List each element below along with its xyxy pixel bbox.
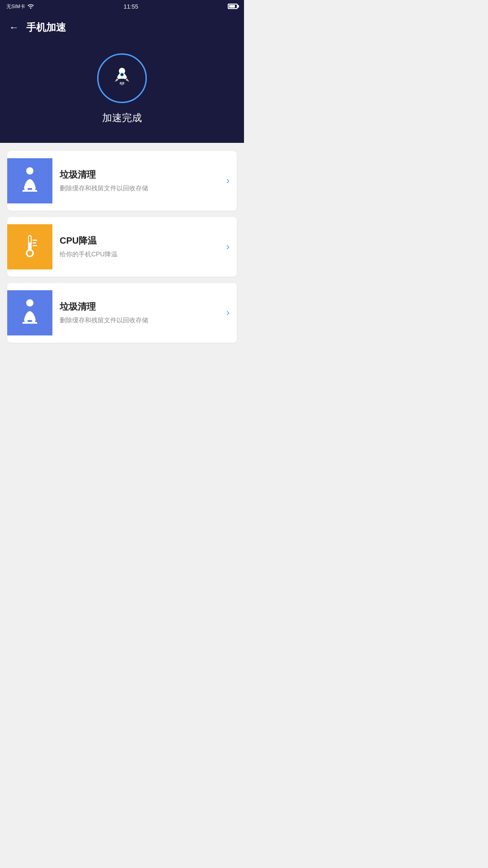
- svg-rect-14: [33, 240, 37, 241]
- junk-clean-title-1: 垃圾清理: [60, 169, 222, 181]
- junk-clean-arrow-2: ›: [226, 307, 230, 319]
- svg-rect-11: [29, 242, 31, 250]
- battery-icon: [228, 4, 238, 9]
- status-time: 11:55: [124, 3, 139, 10]
- junk-clean-body-2: 垃圾清理 删除缓存和残留文件以回收存储: [60, 301, 222, 325]
- cpu-cool-card[interactable]: CPU降温 给你的手机CPU降温 ›: [7, 217, 237, 277]
- status-left: 无SIM卡: [6, 3, 34, 10]
- junk-clean-arrow-1: ›: [226, 175, 230, 187]
- junk-clean-icon-2: [7, 290, 52, 335]
- broom-icon-1: [18, 166, 42, 195]
- junk-clean-title-2: 垃圾清理: [60, 301, 222, 313]
- junk-clean-desc-2: 删除缓存和残留文件以回收存储: [60, 316, 222, 325]
- rocket-icon: [108, 65, 136, 92]
- junk-clean-card-1[interactable]: 垃圾清理 删除缓存和残留文件以回收存储 ›: [7, 151, 237, 211]
- header: ← 手机加速: [0, 13, 244, 44]
- hero-completion-text: 加速完成: [102, 111, 142, 125]
- thermometer-icon: [19, 232, 41, 261]
- svg-point-17: [26, 299, 33, 307]
- cpu-cool-icon: [7, 224, 52, 269]
- svg-rect-15: [33, 242, 36, 244]
- junk-clean-body-1: 垃圾清理 删除缓存和残留文件以回收存储: [60, 169, 222, 193]
- svg-rect-5: [122, 82, 122, 85]
- page-title: 手机加速: [26, 21, 66, 34]
- cpu-cool-title: CPU降温: [60, 235, 222, 247]
- cpu-cool-desc: 给你的手机CPU降温: [60, 250, 222, 259]
- svg-rect-16: [33, 245, 37, 246]
- back-button[interactable]: ←: [9, 23, 19, 33]
- svg-point-3: [121, 74, 123, 76]
- svg-rect-6: [123, 82, 124, 85]
- svg-rect-4: [120, 82, 121, 85]
- junk-clean-desc-1: 删除缓存和残留文件以回收存储: [60, 184, 222, 193]
- sim-text: 无SIM卡: [6, 3, 25, 10]
- status-right: [228, 4, 238, 9]
- cpu-cool-arrow: ›: [226, 241, 230, 253]
- rocket-circle: [97, 53, 147, 103]
- cpu-cool-body: CPU降温 给你的手机CPU降温: [60, 235, 222, 259]
- content-area: 垃圾清理 删除缓存和残留文件以回收存储 › CPU降温 给你的手机CPU降温: [0, 143, 244, 351]
- junk-clean-card-2[interactable]: 垃圾清理 删除缓存和残留文件以回收存储 ›: [7, 283, 237, 343]
- hero-section: 加速完成: [0, 44, 244, 143]
- junk-clean-icon-1: [7, 158, 52, 203]
- status-bar: 无SIM卡 11:55: [0, 0, 244, 13]
- wifi-icon: [27, 3, 34, 9]
- broom-icon-2: [18, 298, 42, 327]
- svg-point-13: [28, 251, 33, 256]
- svg-point-7: [26, 167, 33, 175]
- svg-rect-8: [28, 188, 32, 190]
- svg-rect-18: [28, 320, 32, 322]
